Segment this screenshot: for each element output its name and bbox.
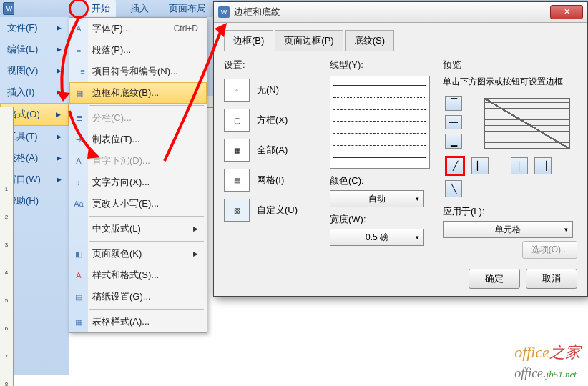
paragraph-icon: ≡ bbox=[73, 44, 84, 56]
edge-top-button[interactable]: ▔ bbox=[445, 96, 462, 111]
case-icon: Aa bbox=[73, 198, 84, 209]
edge-mid-button[interactable]: — bbox=[445, 115, 462, 130]
preview-hint: 单击下方图示或按钮可设置边框 bbox=[443, 76, 577, 88]
preset-all[interactable]: ▦全部(A) bbox=[224, 139, 317, 162]
menu-view[interactable]: 视图(V)▶ bbox=[0, 60, 69, 81]
tablestyle-icon: ▦ bbox=[73, 316, 84, 327]
bullets-icon: ⋮≡ bbox=[73, 66, 84, 77]
apply-select[interactable]: 单元格 bbox=[443, 221, 573, 238]
menu-file[interactable]: 文件(F)▶ bbox=[0, 17, 69, 39]
sub-columns: ≣分栏(C)... bbox=[69, 107, 207, 129]
dialog-tabs: 边框(B) 页面边框(P) 底纹(S) bbox=[224, 30, 577, 51]
sub-borders-shading[interactable]: ▦边框和底纹(B)... bbox=[69, 82, 207, 104]
preset-none-icon: ▫ bbox=[224, 79, 250, 102]
watermark: office之家 office.jb51.net bbox=[514, 342, 581, 382]
edge-diag-down-button[interactable]: ╱ bbox=[445, 156, 465, 176]
edge-left-button[interactable]: ▏ bbox=[471, 157, 489, 174]
sub-text-direction[interactable]: ↕文字方向(X)... bbox=[69, 172, 207, 193]
format-submenu: A字体(F)...Ctrl+D ≡段落(P)... ⋮≡项目符号和编号(N)..… bbox=[69, 17, 207, 333]
sub-font[interactable]: A字体(F)...Ctrl+D bbox=[69, 18, 207, 39]
pagecolor-icon: ◧ bbox=[73, 248, 84, 259]
preview-label: 预览 bbox=[443, 59, 577, 71]
tab-layout[interactable]: 页面布局 bbox=[163, 0, 212, 18]
sub-bullets[interactable]: ⋮≡项目符号和编号(N)... bbox=[69, 61, 207, 82]
edge-vmid-button[interactable]: │ bbox=[511, 157, 528, 174]
menu-insert[interactable]: 插入(I)▶ bbox=[0, 81, 69, 103]
sub-paragraph[interactable]: ≡段落(P)... bbox=[69, 39, 207, 61]
cancel-button[interactable]: 取消 bbox=[526, 269, 577, 289]
paper-icon: ▤ bbox=[73, 291, 84, 302]
border-icon: ▦ bbox=[74, 87, 85, 99]
tab-page-border[interactable]: 页面边框(P) bbox=[275, 30, 343, 51]
preset-box-icon: ▢ bbox=[224, 109, 250, 132]
sub-page-color[interactable]: ◧页面颜色(K)▶ bbox=[69, 243, 207, 264]
width-select[interactable]: 0.5 磅 bbox=[330, 229, 424, 246]
preset-all-icon: ▦ bbox=[224, 139, 250, 162]
preset-box[interactable]: ▢方框(X) bbox=[224, 109, 317, 132]
options-button: 选项(O)... bbox=[522, 241, 577, 259]
color-select[interactable]: 自动 bbox=[330, 190, 424, 207]
ribbon-tabs: 开始 插入 页面布局 bbox=[14, 0, 212, 17]
close-button[interactable]: ✕ bbox=[550, 5, 583, 19]
borders-shading-dialog: W 边框和底纹 ✕ 边框(B) 页面边框(P) 底纹(S) 设置: ▫无(N) … bbox=[213, 1, 588, 297]
edge-right-button[interactable]: ▕ bbox=[534, 157, 552, 174]
sub-dropcap: A首字下沉(D)... bbox=[69, 150, 207, 172]
preset-custom-icon: ▨ bbox=[224, 199, 250, 222]
preset-grid[interactable]: ▤网格(I) bbox=[224, 169, 317, 192]
sub-change-case[interactable]: Aa更改大小写(E)... bbox=[69, 193, 207, 214]
preset-custom[interactable]: ▨自定义(U) bbox=[224, 199, 317, 222]
tab-border[interactable]: 边框(B) bbox=[224, 30, 273, 51]
line-style-list[interactable] bbox=[330, 76, 430, 169]
ok-button[interactable]: 确定 bbox=[469, 269, 520, 289]
apply-label: 应用于(L): bbox=[443, 205, 577, 218]
preview-box[interactable] bbox=[484, 98, 570, 149]
setting-label: 设置: bbox=[224, 59, 317, 71]
sub-asian-layout[interactable]: 中文版式(L)▶ bbox=[69, 218, 207, 239]
tab-insert[interactable]: 插入 bbox=[124, 0, 155, 18]
dropcap-icon: A bbox=[73, 155, 84, 167]
columns-icon: ≣ bbox=[73, 112, 84, 124]
menu-edit[interactable]: 编辑(E)▶ bbox=[0, 39, 69, 60]
sub-styles[interactable]: A样式和格式(S)... bbox=[69, 264, 207, 286]
preset-grid-icon: ▤ bbox=[224, 169, 250, 192]
width-label: 宽度(W): bbox=[330, 213, 430, 226]
dialog-title: 边框和底纹 bbox=[234, 6, 280, 19]
sub-table-style[interactable]: ▦表格样式(A)... bbox=[69, 311, 207, 332]
textdir-icon: ↕ bbox=[73, 177, 84, 188]
tabs-icon: ⇥ bbox=[73, 134, 84, 145]
edge-diag-up-button[interactable]: ╲ bbox=[445, 180, 462, 197]
vertical-ruler: 1234567891011 bbox=[0, 107, 14, 386]
preset-none[interactable]: ▫无(N) bbox=[224, 79, 317, 102]
styles-icon: A bbox=[73, 269, 84, 281]
line-label: 线型(Y): bbox=[330, 59, 430, 71]
dialog-title-bar[interactable]: W 边框和底纹 ✕ bbox=[214, 2, 587, 23]
tab-start[interactable]: 开始 bbox=[86, 0, 116, 18]
sub-tabs[interactable]: ⇥制表位(T)... bbox=[69, 129, 207, 150]
sub-paper[interactable]: ▤稿纸设置(G)... bbox=[69, 286, 207, 307]
edge-bottom-button[interactable]: ▁ bbox=[445, 134, 462, 149]
font-icon: A bbox=[73, 23, 84, 34]
dialog-icon: W bbox=[218, 6, 230, 18]
color-label: 颜色(C): bbox=[330, 174, 430, 187]
tab-shading[interactable]: 底纹(S) bbox=[345, 30, 394, 51]
